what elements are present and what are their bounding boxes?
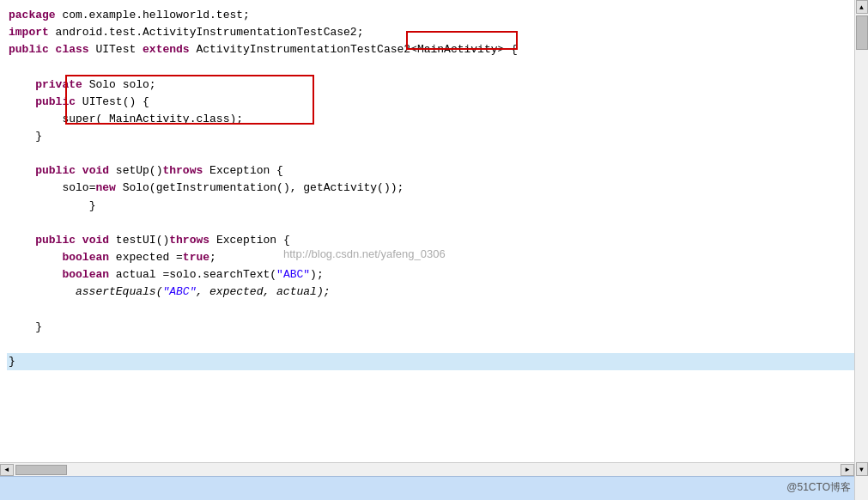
scrollbar-vertical[interactable]: ▲ ▼ [854, 0, 868, 500]
code-line-13 [7, 215, 868, 232]
code-editor: package com.example.helloworld.test; imp… [0, 0, 868, 377]
code-line-19: } [7, 319, 868, 336]
code-line-10: public void setUp()throws Exception { [7, 162, 868, 180]
scroll-left-arrow[interactable]: ◄ [0, 464, 14, 476]
code-line-9 [7, 145, 868, 162]
code-line-18 [7, 301, 868, 318]
scroll-up-arrow[interactable]: ▲ [856, 0, 868, 14]
code-line-4 [7, 58, 868, 76]
code-line-6: public UITest() { [7, 94, 868, 111]
scrollbar-vertical-thumb[interactable] [856, 15, 868, 50]
status-bar [0, 476, 868, 500]
code-line-20 [7, 336, 868, 353]
code-line-2: import android.test.ActivityInstrumentat… [7, 24, 868, 41]
code-line-1: package com.example.helloworld.test; [7, 7, 868, 24]
code-line-15: boolean expected =true; [7, 249, 868, 266]
scroll-down-arrow[interactable]: ▼ [856, 462, 868, 476]
code-line-12: } [7, 198, 868, 215]
code-line-14: public void testUI()throws Exception { [7, 232, 868, 249]
code-line-16: boolean actual =solo.searchText("ABC"); [7, 266, 868, 284]
scroll-right-arrow[interactable]: ► [841, 464, 854, 476]
code-line-7: super( MainActivity.class); [7, 111, 868, 128]
code-line-17: assertEquals("ABC", expected, actual); [7, 284, 868, 301]
scrollbar-horizontal[interactable]: ◄ ► [0, 462, 854, 476]
scrollbar-horizontal-thumb[interactable] [15, 465, 67, 475]
code-line-21: } [7, 353, 868, 370]
code-line-11: solo=new Solo(getInstrumentation(), getA… [7, 180, 868, 197]
attribution-label: @51CTO博客 [786, 480, 851, 495]
code-line-5: private Solo solo; [7, 76, 868, 94]
code-line-8: } [7, 128, 868, 145]
main-container: package com.example.helloworld.test; imp… [0, 0, 868, 500]
code-line-3: public class UITest extends ActivityInst… [7, 41, 868, 58]
